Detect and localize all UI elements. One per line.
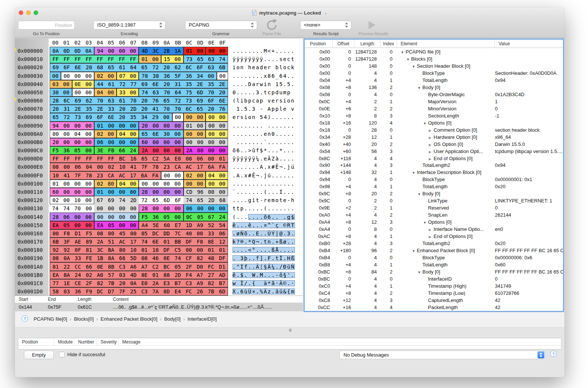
hex-byte-group[interactable]: 4D3C2B1A bbox=[139, 47, 183, 55]
hex-byte[interactable]: 00 bbox=[161, 205, 172, 212]
hex-byte[interactable]: FC bbox=[206, 263, 217, 270]
splitter-handle-icon[interactable] bbox=[289, 329, 292, 332]
hex-byte[interactable]: 3C bbox=[150, 47, 161, 55]
hex-byte[interactable]: 22 bbox=[61, 263, 73, 270]
hex-byte[interactable]: 01 bbox=[150, 271, 161, 279]
hex-byte[interactable]: 74 bbox=[172, 254, 184, 262]
results-tree-row[interactable]: 0xB4+180962▼Enhanced Packet Block [0]FF … bbox=[305, 247, 563, 254]
results-tree-row[interactable]: 0x18+161204▼Options [0] bbox=[305, 119, 563, 126]
hex-byte[interactable]: 77 bbox=[128, 80, 139, 88]
hex-byte[interactable]: 1A bbox=[172, 47, 183, 55]
hex-byte[interactable]: 00 bbox=[217, 72, 228, 80]
hex-byte[interactable]: 0A bbox=[50, 47, 61, 55]
ascii-text[interactable]: ........en0..... bbox=[233, 130, 295, 138]
hex-byte[interactable]: 36 bbox=[161, 72, 172, 80]
results-tree-row[interactable]: 0x94+148321▼Interface Description Block … bbox=[305, 169, 563, 176]
hide-if-successful-checkbox[interactable] bbox=[59, 352, 65, 357]
hex-byte[interactable]: 00 bbox=[117, 222, 127, 229]
hex-byte[interactable]: 65 bbox=[139, 130, 150, 138]
expand-triangle-icon[interactable]: ▼ bbox=[418, 86, 422, 90]
hex-byte[interactable]: F4 bbox=[183, 271, 194, 279]
results-col-header[interactable]: Offset bbox=[333, 40, 354, 48]
hex-byte[interactable]: 94 bbox=[95, 47, 105, 55]
hex-byte[interactable]: BC bbox=[117, 155, 128, 162]
hex-byte[interactable]: 70 bbox=[161, 105, 172, 113]
hex-byte[interactable]: 4D bbox=[128, 271, 139, 279]
hex-byte[interactable]: 04 bbox=[95, 89, 105, 96]
results-tree-row[interactable]: 0x10+883SectionLength-1 bbox=[305, 112, 563, 119]
encoding-select[interactable]: ISO_8859-1:1987 bbox=[93, 21, 166, 30]
hex-byte[interactable]: 05 bbox=[172, 263, 184, 270]
debug-messages-select[interactable]: No Debug Messages bbox=[339, 351, 545, 359]
hex-byte[interactable]: 92 bbox=[61, 246, 73, 254]
debug-col-header[interactable]: Message bbox=[118, 338, 561, 345]
hex-byte-group[interactable]: 94000000 bbox=[50, 122, 94, 130]
hex-byte[interactable]: 01 bbox=[161, 238, 172, 245]
ascii-text[interactable]: .A.x#Ê¬.jú...... bbox=[233, 171, 295, 180]
hex-byte[interactable]: 31 bbox=[172, 80, 184, 88]
hex-byte[interactable]: 63 bbox=[105, 97, 117, 104]
hex-byte[interactable]: 00 bbox=[127, 138, 138, 146]
hex-byte[interactable]: 0E bbox=[73, 80, 83, 88]
hex-byte-group[interactable]: 0100 bbox=[184, 47, 206, 55]
ascii-text[interactable]: .......A.x#Ê¬.jú bbox=[233, 163, 295, 171]
hex-byte[interactable]: 5F bbox=[172, 72, 184, 80]
hex-byte[interactable]: 64 bbox=[128, 64, 139, 71]
hex-byte[interactable]: 6B bbox=[50, 238, 61, 245]
hex-byte[interactable]: 70 bbox=[206, 89, 217, 96]
hex-byte[interactable]: 6A bbox=[206, 163, 217, 171]
process-results-button[interactable] bbox=[369, 21, 375, 29]
hex-byte[interactable]: 6C bbox=[183, 105, 194, 113]
hex-byte[interactable]: 18 bbox=[150, 246, 161, 254]
hex-byte[interactable]: 2E bbox=[194, 80, 206, 88]
hex-byte[interactable]: 20 bbox=[50, 138, 61, 146]
hex-byte[interactable]: 6E bbox=[150, 238, 161, 245]
results-tree-row[interactable]: 0xA4+8123▼Options [0] bbox=[305, 219, 563, 226]
hex-byte[interactable]: 23 bbox=[94, 172, 105, 179]
hex-byte[interactable]: 66 bbox=[117, 147, 127, 154]
hex-byte[interactable]: B7 bbox=[216, 279, 228, 287]
hex-byte[interactable]: C3 bbox=[183, 279, 194, 287]
hex-byte[interactable]: 7C bbox=[172, 230, 184, 237]
results-tree-row[interactable]: 0x9C+8202▼Body [0] bbox=[305, 190, 563, 197]
hex-byte[interactable]: 02 bbox=[83, 271, 95, 279]
hex-byte[interactable]: 68 bbox=[95, 64, 106, 71]
results-tree-row[interactable]: 0x9C020LinkTypeLINKTYPE_ETHERNET: 1 bbox=[305, 197, 563, 204]
hex-byte[interactable]: DF bbox=[161, 246, 172, 254]
hex-byte[interactable]: 20 bbox=[139, 97, 150, 104]
hex-byte[interactable]: 02 bbox=[95, 180, 105, 187]
hex-byte[interactable]: 2F bbox=[83, 279, 95, 287]
hex-byte[interactable]: 92 bbox=[50, 246, 61, 254]
hex-byte[interactable]: 52 bbox=[206, 222, 217, 229]
hex-byte[interactable]: 07 bbox=[117, 72, 128, 80]
hex-byte[interactable]: 04 bbox=[117, 180, 128, 187]
hex-byte[interactable]: 8E bbox=[139, 271, 150, 279]
hex-byte-group[interactable]: 0000 bbox=[206, 180, 228, 188]
hex-byte[interactable]: 65 bbox=[139, 64, 150, 71]
expand-triangle-icon[interactable]: ▼ bbox=[401, 51, 406, 54]
hex-byte[interactable]: 00 bbox=[217, 180, 228, 187]
hex-byte[interactable]: 6A bbox=[139, 172, 150, 179]
hex-byte[interactable]: 31 bbox=[61, 105, 73, 113]
ascii-text[interactable]: ....Darwin 15.5. bbox=[233, 80, 295, 88]
results-tree-row[interactable]: 0x04+441TotalLength0x94 bbox=[305, 77, 563, 84]
hex-byte[interactable]: A4 bbox=[139, 222, 150, 229]
hex-byte[interactable]: 2A bbox=[184, 147, 195, 154]
hex-byte-group[interactable]: 0000 bbox=[184, 130, 206, 138]
hex-byte[interactable]: 26 bbox=[194, 288, 206, 295]
hex-byte[interactable]: 00 bbox=[195, 180, 206, 187]
hex-byte[interactable]: 00 bbox=[172, 55, 183, 63]
hex-byte[interactable]: 20 bbox=[161, 80, 172, 88]
hex-byte[interactable]: AC bbox=[117, 238, 128, 245]
hex-byte[interactable]: 06 bbox=[61, 213, 72, 220]
hex-byte[interactable]: 28 bbox=[50, 97, 61, 104]
hex-byte[interactable]: 36 bbox=[61, 147, 72, 154]
debug-col-header[interactable]: Number bbox=[74, 338, 97, 345]
hex-byte[interactable]: 2D bbox=[128, 105, 139, 113]
hex-byte[interactable]: 00 bbox=[150, 55, 161, 63]
hex-byte[interactable]: 00 bbox=[150, 138, 161, 146]
results-col-header[interactable]: Element bbox=[397, 40, 495, 48]
ascii-text[interactable]: ................ bbox=[233, 180, 295, 188]
breadcrumb-item[interactable]: InterfaceID[0] bbox=[188, 316, 217, 322]
hex-byte[interactable]: D1 bbox=[72, 230, 83, 237]
